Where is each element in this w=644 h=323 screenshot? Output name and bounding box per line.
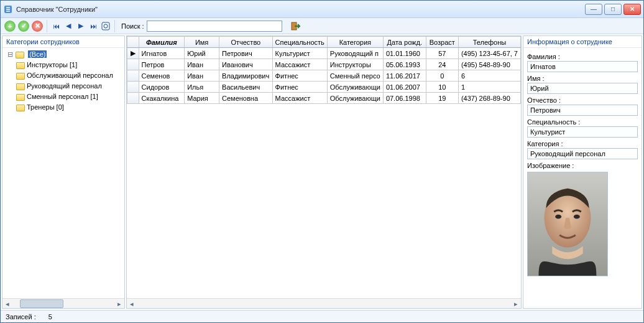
tree-item[interactable]: Обслуживающий персонал (16, 70, 122, 81)
employee-grid[interactable]: Фамилия Имя Отчество Специальность Катег… (127, 36, 521, 104)
info-header: Информация о сотруднике (523, 36, 642, 48)
cell[interactable]: Обслуживающи (327, 93, 383, 104)
scroll-left-icon[interactable]: ◂ (2, 299, 12, 309)
col-birthdate[interactable]: Дата рожд. (383, 37, 426, 48)
table-row[interactable]: СеменовИванВладимировичФитнесСменный пер… (127, 70, 521, 82)
cell[interactable]: Семенов (139, 70, 185, 82)
label-image: Изображение : (527, 162, 638, 169)
cell[interactable]: 0 (426, 70, 458, 82)
table-row[interactable]: ПетровИванИвановичМассажистИнструкторы05… (127, 59, 521, 70)
cell[interactable]: Мария (185, 93, 219, 104)
cell[interactable]: Инструкторы (327, 59, 383, 70)
cell[interactable]: Иван (185, 70, 219, 82)
maximize-button[interactable]: □ (604, 4, 622, 15)
cell[interactable]: Игнатов (139, 48, 185, 59)
status-label: Записей : (6, 313, 36, 321)
table-row[interactable]: СкакалкинаМарияСеменовнаМассажистОбслужи… (127, 93, 521, 104)
cell[interactable]: Обслуживающи (327, 82, 383, 93)
cell[interactable]: Семеновна (219, 93, 273, 104)
cell[interactable]: 01.01.1960 (383, 48, 426, 59)
col-age[interactable]: Возраст (426, 37, 458, 48)
employee-photo (527, 172, 608, 276)
cell[interactable]: 11.06.2017 (383, 70, 426, 82)
col-surname[interactable]: Фамилия (139, 37, 185, 48)
last-record-button[interactable]: ⏭ (88, 21, 98, 31)
cell[interactable]: Культурист (272, 48, 327, 59)
tree-item[interactable]: Сменный персонал [1] (16, 91, 122, 102)
cell[interactable]: 01.06.2007 (383, 82, 426, 93)
first-record-button[interactable]: ⏮ (51, 21, 61, 31)
cell[interactable]: Сидоров (139, 82, 185, 93)
status-count: 5 (48, 313, 52, 321)
cell[interactable]: Петров (139, 59, 185, 70)
status-bar: Записей : 5 (1, 310, 643, 322)
cell[interactable]: Массажист (272, 93, 327, 104)
row-indicator (127, 93, 139, 104)
scroll-left-icon[interactable]: ◂ (127, 299, 137, 309)
scroll-right-icon[interactable]: ▸ (114, 299, 124, 309)
cell[interactable]: (495) 548-89-90 (458, 59, 520, 70)
cell[interactable]: Сменный персо (327, 70, 383, 82)
delete-button[interactable]: ✕ (32, 21, 43, 32)
next-record-button[interactable]: ▶ (76, 21, 86, 31)
grid-hscrollbar[interactable]: ◂ ▸ (127, 298, 521, 308)
refresh-button[interactable] (101, 21, 111, 31)
cell[interactable]: Юрий (185, 48, 219, 59)
cell[interactable]: Иванович (219, 59, 273, 70)
cell[interactable]: 10 (426, 82, 458, 93)
cell[interactable]: Фитнес (272, 70, 327, 82)
tree-root[interactable]: ⊟ (Все) Инструкторы [1] Обслуживающий пе… (6, 49, 122, 113)
prev-record-button[interactable]: ◀ (63, 21, 73, 31)
cell[interactable]: Иван (185, 59, 219, 70)
svg-point-2 (104, 24, 108, 28)
search-input[interactable] (147, 21, 282, 32)
table-row[interactable]: СидоровИльяВасильевичФитнесОбслуживающи0… (127, 82, 521, 93)
body: Категории сотрудников ⊟ (Все) Инструктор… (1, 34, 643, 310)
category-tree[interactable]: ⊟ (Все) Инструкторы [1] Обслуживающий пе… (2, 48, 124, 298)
add-button[interactable]: + (4, 21, 16, 32)
table-row[interactable]: ▶ИгнатовЮрийПетровичКультуристРуководящи… (127, 48, 521, 59)
tree-item[interactable]: Тренеры [0] (16, 102, 122, 113)
col-name[interactable]: Имя (185, 37, 219, 48)
cell[interactable]: 6 (458, 70, 520, 82)
cell[interactable]: (495) 123-45-67, 7 (458, 48, 520, 59)
col-category[interactable]: Категория (327, 37, 383, 48)
cell[interactable]: 57 (426, 48, 458, 59)
cell[interactable]: 05.06.1993 (383, 59, 426, 70)
exit-icon[interactable] (291, 21, 301, 31)
grid-header-row: Фамилия Имя Отчество Специальность Катег… (127, 37, 521, 48)
cell[interactable]: Массажист (272, 59, 327, 70)
collapse-icon[interactable]: ⊟ (6, 49, 14, 60)
tree-item[interactable]: Инструкторы [1] (16, 60, 122, 70)
scroll-right-icon[interactable]: ▸ (511, 299, 521, 309)
folder-icon (16, 52, 24, 59)
col-patronymic[interactable]: Отчество (219, 37, 273, 48)
cell[interactable]: 1 (458, 82, 520, 93)
svg-rect-1 (102, 22, 109, 30)
cell[interactable]: Владимирович (219, 70, 273, 82)
cell[interactable]: Илья (185, 82, 219, 93)
tree-hscrollbar[interactable]: ◂ ▸ (2, 298, 124, 308)
tree-root-label[interactable]: (Все) (28, 50, 47, 58)
confirm-button[interactable]: ✓ (18, 21, 29, 32)
col-phones[interactable]: Телефоны (458, 37, 520, 48)
row-header-blank (127, 37, 139, 48)
cell[interactable]: Руководящий п (327, 48, 383, 59)
tree-item[interactable]: Руководящий персонал (16, 81, 122, 91)
col-speciality[interactable]: Специальность (272, 37, 327, 48)
row-indicator: ▶ (127, 48, 139, 59)
cell[interactable]: Скакалкина (139, 93, 185, 104)
minimize-button[interactable]: — (585, 4, 602, 15)
row-indicator (127, 70, 139, 82)
cell[interactable]: Петрович (219, 48, 273, 59)
separator (47, 20, 47, 32)
cell[interactable]: (437) 268-89-90 (458, 93, 520, 104)
scroll-thumb[interactable] (20, 299, 63, 308)
close-button[interactable]: ✕ (623, 4, 641, 15)
cell[interactable]: 07.06.1998 (383, 93, 426, 104)
cell[interactable]: 19 (426, 93, 458, 104)
cell[interactable]: Фитнес (272, 82, 327, 93)
tree-panel: Категории сотрудников ⊟ (Все) Инструктор… (2, 35, 125, 309)
cell[interactable]: Васильевич (219, 82, 273, 93)
cell[interactable]: 24 (426, 59, 458, 70)
